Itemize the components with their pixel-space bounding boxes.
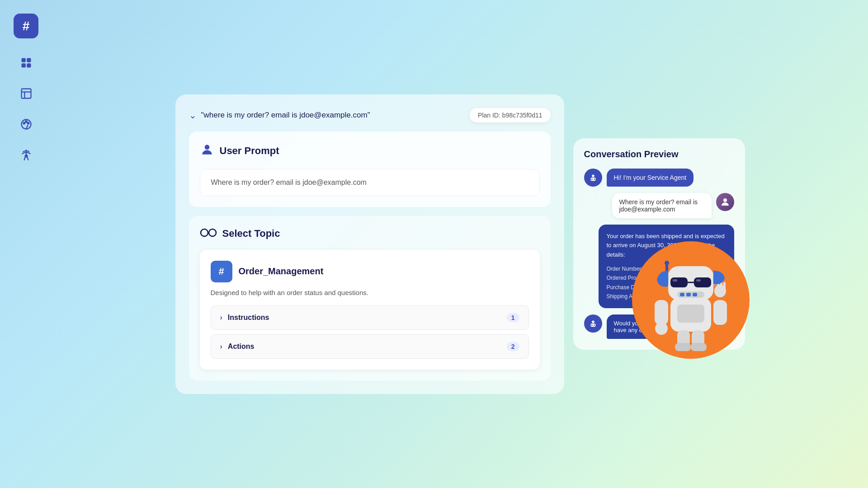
section-header: User Prompt (200, 142, 540, 160)
bot-greeting-row: Hi! I'm your Service Agent (584, 169, 734, 187)
user-icon (200, 142, 214, 160)
svg-rect-2 (21, 63, 25, 67)
user-prompt-title: User Prompt (220, 145, 279, 157)
query-text: "where is my order? email is jdoe@exampl… (201, 111, 370, 120)
instructions-count: 1 (507, 313, 519, 322)
svg-point-11 (25, 155, 27, 157)
select-topic-section: Select Topic # Order_Management Designed… (189, 216, 551, 380)
grid-icon[interactable] (15, 52, 37, 74)
actions-count: 2 (507, 342, 519, 351)
user-avatar (716, 193, 734, 211)
svg-rect-26 (655, 300, 668, 325)
svg-point-23 (594, 325, 595, 326)
glasses-icon (200, 227, 217, 241)
left-panel: ⌄ "where is my order? email is jdoe@exam… (175, 94, 564, 394)
conversation-preview-title: Conversation Preview (584, 149, 734, 160)
main-content: ⌄ "where is my order? email is jdoe@exam… (52, 0, 868, 488)
svg-point-28 (655, 322, 668, 335)
instructions-expand[interactable]: › Instructions 1 (211, 305, 529, 330)
svg-point-20 (592, 321, 594, 324)
bot-greeting-bubble: Hi! I'm your Service Agent (607, 169, 694, 187)
svg-rect-49 (675, 343, 691, 351)
svg-point-15 (592, 174, 594, 177)
topic-description: Designed to help with an order status an… (211, 289, 529, 296)
collapse-icon[interactable]: ⌄ (189, 110, 197, 121)
svg-rect-50 (691, 343, 707, 351)
svg-rect-39 (694, 277, 711, 287)
svg-rect-41 (673, 279, 677, 282)
svg-point-9 (25, 121, 27, 122)
svg-point-19 (723, 198, 727, 202)
instructions-label: Instructions (228, 314, 501, 322)
header-query: ⌄ "where is my order? email is jdoe@exam… (189, 110, 370, 121)
robot-mascot-svg (646, 248, 736, 352)
book-icon[interactable] (15, 83, 37, 104)
topic-name-row: # Order_Management (211, 261, 529, 282)
topic-hash-badge: # (211, 261, 232, 282)
svg-rect-42 (696, 279, 701, 282)
actions-expand[interactable]: › Actions 2 (211, 334, 529, 359)
svg-rect-0 (21, 58, 25, 62)
user-prompt-section: User Prompt Where is my order? email is … (189, 131, 551, 207)
bot-avatar-1 (584, 169, 602, 187)
mascot-container (632, 241, 759, 368)
topic-name: Order_Management (239, 266, 324, 277)
sidebar-logo[interactable]: # (14, 14, 38, 38)
user-avatar-image (716, 193, 734, 211)
svg-point-12 (204, 145, 209, 150)
panel-header: ⌄ "where is my order? email is jdoe@exam… (189, 108, 551, 122)
instructions-chevron-icon: › (220, 314, 222, 322)
select-topic-title: Select Topic (222, 228, 280, 239)
plan-id-badge: Plan ID: b98c735f0d11 (470, 108, 550, 122)
svg-rect-27 (713, 300, 727, 325)
svg-rect-44 (680, 293, 684, 296)
svg-point-8 (23, 122, 25, 124)
svg-point-13 (201, 229, 208, 236)
svg-point-18 (594, 178, 595, 180)
palette-icon[interactable] (15, 113, 37, 135)
user-bubble: Where is my order? email is jdoe@example… (612, 193, 712, 218)
svg-rect-25 (677, 305, 704, 323)
svg-point-22 (591, 325, 592, 326)
prompt-text-box: Where is my order? email is jdoe@example… (200, 169, 540, 196)
svg-rect-38 (670, 277, 688, 287)
antenna-icon[interactable] (15, 144, 37, 166)
svg-rect-4 (21, 89, 31, 99)
svg-rect-1 (27, 58, 31, 62)
topic-card: # Order_Management Designed to help with… (200, 250, 540, 370)
svg-point-17 (591, 178, 592, 180)
right-panel: Conversation Preview Hi! I'm your Servic… (573, 138, 745, 350)
topic-header: Select Topic (200, 227, 540, 241)
svg-point-10 (27, 122, 29, 124)
svg-point-14 (209, 229, 216, 236)
sidebar: # (0, 0, 52, 488)
bot-avatar-2 (584, 314, 602, 333)
actions-chevron-icon: › (220, 343, 222, 351)
mascot-circle (632, 241, 750, 359)
actions-label: Actions (228, 343, 501, 351)
svg-point-37 (665, 261, 669, 265)
svg-rect-45 (686, 293, 691, 296)
svg-rect-32 (723, 282, 726, 290)
svg-rect-46 (693, 293, 697, 296)
svg-rect-3 (27, 63, 31, 67)
user-message-row: Where is my order? email is jdoe@example… (584, 193, 734, 218)
